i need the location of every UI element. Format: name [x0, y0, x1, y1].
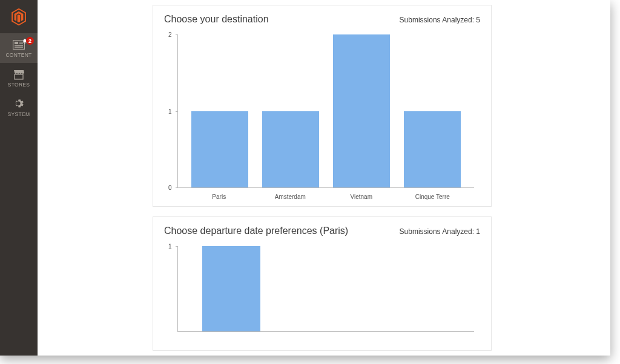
badge-count: 2: [26, 37, 34, 45]
y-tick-mark: [176, 246, 178, 247]
card-title: Choose your destination: [164, 14, 269, 25]
chart-destination: 012 ParisAmsterdamVietnamCinque Terre: [153, 31, 491, 206]
x-label: Vietnam: [326, 193, 397, 200]
sidebar-item-stores[interactable]: STORES: [0, 63, 38, 93]
svg-rect-1: [15, 42, 18, 44]
bar: [202, 246, 260, 331]
card-header: Choose your destination Submissions Anal…: [153, 5, 491, 31]
sidebar: CONTENT 2 STORES SYSTEM: [0, 0, 38, 356]
chart-x-labels: ParisAmsterdamVietnamCinque Terre: [177, 193, 474, 200]
bar: [262, 111, 319, 188]
chart-plot: 012: [177, 34, 474, 188]
bar: [191, 111, 248, 188]
bar-slot: [255, 34, 326, 187]
chart-plot: 1: [177, 246, 474, 332]
bar: [333, 34, 390, 187]
logo[interactable]: [0, 0, 38, 33]
card-destination: Choose your destination Submissions Anal…: [153, 5, 492, 207]
bar-slot: [374, 246, 468, 331]
system-icon: [12, 99, 25, 109]
y-tick-label: 1: [168, 243, 172, 250]
bar-slot: [326, 34, 397, 187]
sidebar-item-system[interactable]: SYSTEM: [0, 93, 38, 122]
card-title: Choose departure date preferences (Paris…: [164, 226, 348, 236]
card-departure: Choose departure date preferences (Paris…: [153, 216, 492, 351]
sidebar-item-label: STORES: [8, 82, 30, 88]
x-label: Cinque Terre: [397, 193, 469, 200]
bar-slot: [184, 246, 279, 331]
x-label: Paris: [183, 193, 255, 200]
card-header: Choose departure date preferences (Paris…: [153, 217, 491, 242]
bar: [404, 111, 461, 188]
notification-badge[interactable]: 2: [22, 37, 34, 45]
bar-slot: [397, 34, 468, 187]
bar-slot: [184, 34, 255, 187]
svg-rect-6: [15, 74, 23, 79]
sidebar-item-label: CONTENT: [5, 52, 31, 58]
chart-departure: 1: [153, 242, 491, 350]
y-tick-label: 0: [168, 184, 172, 191]
y-tick-mark: [176, 34, 178, 35]
svg-rect-4: [15, 45, 23, 46]
x-label: Amsterdam: [255, 193, 326, 200]
bar-slot: [279, 246, 373, 331]
y-tick-label: 2: [168, 31, 172, 38]
y-tick-label: 1: [168, 108, 172, 114]
sidebar-item-content[interactable]: CONTENT 2: [0, 33, 38, 63]
chart-bars: [178, 34, 474, 187]
submissions-count: Submissions Analyzed: 1: [400, 227, 480, 236]
main-content: Choose your destination Submissions Anal…: [38, 0, 610, 356]
magento-logo-icon: [10, 8, 27, 25]
app-shell: CONTENT 2 STORES SYSTEM Choose your dest…: [0, 0, 610, 356]
stores-icon: [12, 69, 25, 80]
svg-rect-5: [15, 47, 23, 48]
y-tick-mark: [176, 111, 178, 112]
chart-bars: [178, 246, 474, 331]
cards-wrap: Choose your destination Submissions Anal…: [153, 0, 610, 351]
sidebar-item-label: SYSTEM: [8, 111, 30, 117]
submissions-count: Submissions Analyzed: 5: [400, 16, 480, 24]
y-tick-mark: [176, 187, 178, 188]
